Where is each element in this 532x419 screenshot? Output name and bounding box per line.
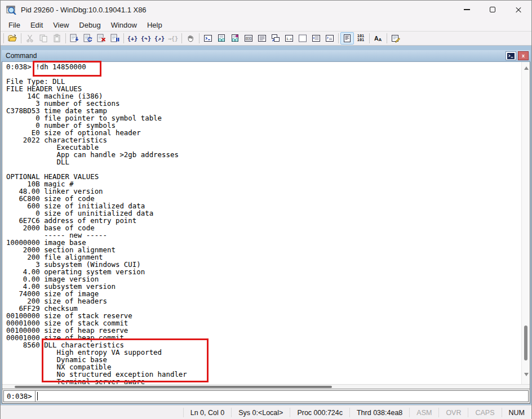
svg-text:1.o: 1.o <box>286 37 292 41</box>
menu-window[interactable]: Window <box>106 20 142 30</box>
horizontal-scrollbar[interactable] <box>2 384 530 389</box>
registers-window-icon[interactable]: ox <box>242 32 255 44</box>
toolbar-separator <box>21 33 21 43</box>
command-panel-title: Command <box>6 52 37 60</box>
vertical-scrollbar[interactable] <box>521 62 530 384</box>
toolbar-separator <box>369 33 370 43</box>
command-panel-content: 0:038> !dh 14850000File Type: DLLFILE HE… <box>2 61 530 404</box>
watch-window-icon[interactable] <box>215 32 228 44</box>
menu-debug[interactable]: Debug <box>74 20 105 30</box>
toolbar: {+} {↷} {↗} →{} ox 1.o <box>1 31 531 46</box>
cut-icon[interactable] <box>23 32 37 44</box>
toolbar-separator <box>181 33 182 43</box>
close-panel-button[interactable]: x <box>518 51 529 60</box>
status-proc: Proc 000:724c <box>290 408 349 417</box>
source-mode-101-icon[interactable]: 101 101 <box>354 32 367 44</box>
scroll-up-arrow-icon[interactable] <box>524 66 529 70</box>
console-line: DLL <box>6 158 521 166</box>
windbg-window: Pid 29260 - WinDbg:10.0.19041.1 X86 File… <box>0 0 532 419</box>
command-browser-window-icon[interactable] <box>323 32 336 44</box>
close-button[interactable] <box>506 1 531 19</box>
menu-bar: File Edit View Debug Window Help <box>1 19 531 31</box>
close-icon <box>515 6 522 13</box>
memory-window-icon[interactable] <box>255 32 269 44</box>
horizontal-scrollbar-thumb[interactable] <box>15 386 332 388</box>
vertical-scrollbar-thumb[interactable] <box>524 326 527 360</box>
paste-icon[interactable] <box>50 32 64 44</box>
command-input-row: 0:038> <box>2 389 530 403</box>
step-over-icon[interactable]: {↷} <box>139 32 153 44</box>
toolbar-separator <box>3 33 4 43</box>
command-output: 0:038> !dh 14850000File Type: DLLFILE HE… <box>2 62 530 384</box>
highlight-box-dll-characteristics <box>42 338 209 382</box>
svg-text:A: A <box>379 37 382 42</box>
scroll-down-arrow-icon[interactable] <box>524 373 529 376</box>
status-toggle-asm: ASM <box>409 408 438 417</box>
highlight-box-command <box>33 61 101 77</box>
console-line: App can handle >2gb addresses <box>6 151 521 158</box>
console-line: 200 size of headers <box>6 297 521 305</box>
step-into-icon[interactable]: {+} <box>126 32 139 44</box>
dock-client-area: Command x 0:038> !dh 14850000File Type: … <box>1 46 531 405</box>
title-bar[interactable]: Pid 29260 - WinDbg:10.0.19041.1 X86 <box>1 1 531 19</box>
command-prompt-label: 0:038> <box>3 390 35 402</box>
maximize-icon <box>490 7 495 12</box>
open-source-file-icon[interactable] <box>6 32 19 44</box>
source-mode-toggle-icon[interactable] <box>340 32 354 44</box>
status-bar: Ln 0, Col 0 Sys 0:<Local> Proc 000:724c … <box>1 405 531 419</box>
command-window-icon[interactable] <box>201 32 215 44</box>
minimize-icon <box>464 9 470 10</box>
call-stack-window-icon[interactable] <box>269 32 282 44</box>
window-title: Pid 29260 - WinDbg:10.0.19041.1 X86 <box>21 6 147 14</box>
step-out-icon[interactable]: {↗} <box>153 32 166 44</box>
maximize-button[interactable] <box>480 1 506 19</box>
menu-view[interactable]: View <box>48 20 74 30</box>
status-thrd: Thrd 038:4ea8 <box>349 408 409 417</box>
menu-help[interactable]: Help <box>142 20 167 30</box>
locals-window-icon[interactable] <box>228 32 242 44</box>
status-toggle-num: NUM <box>502 408 531 417</box>
windbg-app-icon <box>6 5 16 15</box>
go-icon[interactable] <box>68 32 81 44</box>
undock-panel-button[interactable] <box>506 51 516 60</box>
command-panel: Command x 0:038> !dh 14850000File Type: … <box>2 50 530 404</box>
minimize-button[interactable] <box>454 1 480 19</box>
status-line-col: Ln 0, Col 0 <box>183 408 231 417</box>
command-panel-titlebar[interactable]: Command x <box>2 50 530 61</box>
console-line: OPTIONAL HEADER VALUES <box>6 173 521 180</box>
menu-edit[interactable]: Edit <box>25 20 48 30</box>
scratch-pad-window-icon[interactable] <box>296 32 309 44</box>
svg-text:ox: ox <box>247 37 251 40</box>
console-lines: 0:038> !dh 14850000File Type: DLLFILE HE… <box>2 62 530 384</box>
toolbar-separator <box>387 33 387 43</box>
restart-icon[interactable] <box>81 32 95 44</box>
console-line: File Type: DLL <box>6 78 521 85</box>
font-icon[interactable]: AA <box>371 32 385 44</box>
status-toggle-ovr: OVR <box>438 408 468 417</box>
options-icon[interactable] <box>389 32 402 44</box>
status-sys: Sys 0:<Local> <box>231 408 290 417</box>
break-icon[interactable] <box>108 32 122 44</box>
toolbar-separator <box>338 33 339 43</box>
disassembly-window-icon[interactable]: 1.o <box>282 32 296 44</box>
status-toggle-caps: CAPS <box>468 408 501 417</box>
pause-hand-icon[interactable] <box>184 32 197 44</box>
command-input[interactable] <box>35 390 529 402</box>
terminal-icon <box>507 53 515 59</box>
toolbar-separator <box>123 33 124 43</box>
stop-debugging-icon[interactable] <box>95 32 108 44</box>
text-caret <box>37 392 38 400</box>
run-to-cursor-icon[interactable]: →{} <box>166 32 180 44</box>
memory-list-window-icon[interactable] <box>309 32 323 44</box>
toolbar-separator <box>199 33 200 43</box>
copy-icon[interactable] <box>37 32 50 44</box>
menu-file[interactable]: File <box>3 20 25 30</box>
toolbar-separator <box>65 33 66 43</box>
